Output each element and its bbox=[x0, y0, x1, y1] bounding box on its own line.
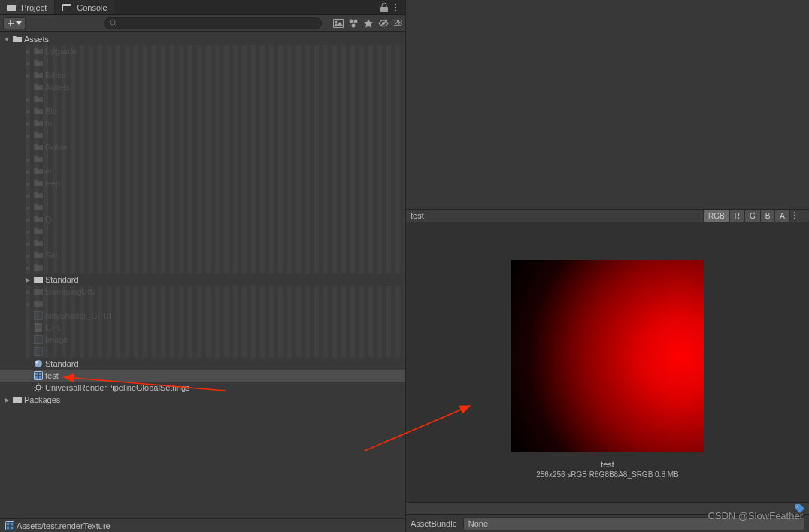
svg-point-5 bbox=[395, 9, 396, 11]
channel-r-button[interactable]: R bbox=[730, 210, 745, 222]
tree-row[interactable]: ▶ bbox=[0, 237, 405, 249]
favorite-icon[interactable] bbox=[362, 18, 374, 29]
svg-rect-1 bbox=[63, 6, 71, 11]
filter-by-type-icon[interactable] bbox=[332, 18, 344, 29]
tree-label: Assets bbox=[24, 35, 49, 44]
expand-arrow-icon[interactable]: ▶ bbox=[24, 289, 32, 295]
tree-row[interactable]: ▶Standard bbox=[0, 274, 405, 286]
folder-icon bbox=[33, 46, 44, 56]
tree-row[interactable]: ▶Set bbox=[0, 249, 405, 261]
expand-arrow-icon[interactable]: ▼ bbox=[3, 36, 11, 43]
tree-row[interactable]: ▶Blo bbox=[0, 105, 405, 117]
expand-arrow-icon[interactable]: ▶ bbox=[24, 96, 32, 103]
tree-row[interactable]: ▶er bbox=[0, 165, 405, 177]
tree-row[interactable]: ▶Hep bbox=[0, 177, 405, 189]
tree-label: test bbox=[45, 371, 59, 380]
expand-arrow-icon[interactable]: ▶ bbox=[24, 48, 32, 55]
tree-row[interactable]: Standard bbox=[0, 358, 405, 370]
expand-arrow-icon[interactable]: ▶ bbox=[24, 132, 32, 139]
expand-arrow-icon[interactable]: ▶ bbox=[24, 264, 32, 271]
search-input[interactable] bbox=[104, 17, 322, 29]
expand-arrow-icon[interactable]: ▶ bbox=[24, 252, 32, 259]
expand-arrow-icon[interactable]: ▶ bbox=[24, 120, 32, 127]
tree-row[interactable]: ▶ bbox=[0, 153, 405, 165]
texture-info: 256x256 sRGB R8G8B8A8_SRGB 0.8 MB bbox=[536, 470, 679, 479]
watermark: CSDN @SlowFeather bbox=[707, 510, 803, 521]
svg-rect-29 bbox=[5, 521, 14, 530]
kebab-menu-icon[interactable] bbox=[394, 3, 403, 12]
folder-icon bbox=[33, 298, 44, 309]
channel-b-button[interactable]: B bbox=[761, 210, 776, 222]
tree-row[interactable]: ▶SweepingUIS bbox=[0, 286, 405, 298]
tree-row[interactable]: ▶ bbox=[0, 201, 405, 213]
expand-arrow-icon[interactable]: ▶ bbox=[24, 156, 32, 163]
tree-label: Standard bbox=[45, 359, 79, 368]
tree-row[interactable]: GPU bbox=[0, 322, 405, 334]
expand-arrow-icon[interactable]: ▶ bbox=[24, 108, 32, 115]
asset-tree[interactable]: ▼Assets▶Upgrade▶▶EditorAssets▶▶Blo▶m▶Gol… bbox=[0, 32, 405, 518]
expand-arrow-icon[interactable]: ▶ bbox=[24, 301, 32, 307]
preview-empty-area bbox=[406, 0, 809, 209]
expand-arrow-icon[interactable]: ▶ bbox=[24, 60, 32, 67]
tree-row[interactable]: UniversalRenderPipelineGlobalSettings bbox=[0, 382, 405, 394]
tree-label: Q bbox=[45, 215, 52, 224]
tree-row[interactable]: ▶m bbox=[0, 117, 405, 129]
tree-row[interactable]: ▶ bbox=[0, 261, 405, 274]
folder-icon bbox=[33, 274, 44, 285]
filter-by-label-icon[interactable] bbox=[347, 18, 359, 29]
folder-icon bbox=[33, 58, 44, 68]
tree-row[interactable] bbox=[0, 346, 405, 358]
tree-row[interactable]: ▶Packages bbox=[0, 394, 405, 406]
tab-bar: Project Console bbox=[0, 0, 405, 15]
svg-point-36 bbox=[794, 215, 795, 216]
svg-point-6 bbox=[110, 20, 115, 25]
tree-row[interactable]: ▶ bbox=[0, 93, 405, 105]
svg-rect-24 bbox=[35, 373, 38, 375]
expand-arrow-icon[interactable]: ▶ bbox=[24, 192, 32, 199]
tree-label: Editor bbox=[45, 71, 67, 80]
expand-arrow-icon[interactable]: ▶ bbox=[3, 397, 11, 404]
tree-row[interactable]: ▶ bbox=[0, 129, 405, 141]
expand-arrow-icon[interactable]: ▶ bbox=[24, 228, 32, 235]
folder-icon bbox=[33, 154, 44, 165]
tree-row[interactable]: Golde bbox=[0, 141, 405, 153]
tree-label: UniversalRenderPipelineGlobalSettings bbox=[45, 383, 190, 392]
expand-arrow-icon[interactable]: ▶ bbox=[24, 204, 32, 211]
tree-row[interactable]: ▶ bbox=[0, 225, 405, 237]
create-button[interactable] bbox=[3, 17, 26, 29]
tab-console[interactable]: Console bbox=[56, 0, 114, 14]
tree-row[interactable]: Image bbox=[0, 334, 405, 346]
tree-row[interactable]: test bbox=[0, 370, 405, 382]
svg-point-9 bbox=[335, 20, 337, 23]
expand-arrow-icon[interactable]: ▶ bbox=[24, 216, 32, 223]
svg-rect-19 bbox=[34, 347, 43, 356]
tree-row[interactable]: ▶Q bbox=[0, 213, 405, 225]
tree-row[interactable]: olifyShader_GPUI bbox=[0, 310, 405, 322]
channel-g-button[interactable]: G bbox=[745, 210, 761, 222]
kebab-menu-icon[interactable] bbox=[793, 211, 802, 220]
tree-row[interactable]: ▶Upgrade bbox=[0, 45, 405, 57]
tree-row[interactable]: ▶ bbox=[0, 298, 405, 310]
channel-rgb-button[interactable]: RGB bbox=[703, 210, 730, 222]
expand-arrow-icon[interactable]: ▶ bbox=[24, 168, 32, 175]
expand-arrow-icon[interactable]: ▶ bbox=[24, 277, 32, 283]
tree-row[interactable]: Assets bbox=[0, 81, 405, 93]
folder-icon bbox=[33, 214, 44, 225]
expand-arrow-icon[interactable]: ▶ bbox=[24, 180, 32, 187]
tree-row[interactable]: ▶ bbox=[0, 189, 405, 201]
lock-icon[interactable] bbox=[380, 3, 389, 12]
expand-arrow-icon[interactable]: ▶ bbox=[24, 72, 32, 79]
tab-project[interactable]: Project bbox=[0, 0, 54, 14]
folder-icon bbox=[6, 2, 17, 13]
svg-rect-26 bbox=[35, 376, 38, 379]
tree-row[interactable]: ▶ bbox=[0, 57, 405, 69]
svg-point-37 bbox=[794, 218, 795, 219]
hidden-icon[interactable] bbox=[377, 18, 389, 29]
svg-rect-27 bbox=[39, 376, 41, 379]
tree-label: m bbox=[45, 119, 52, 128]
expand-arrow-icon[interactable]: ▶ bbox=[24, 240, 32, 247]
tree-row[interactable]: ▼Assets bbox=[0, 33, 405, 45]
tree-row[interactable]: ▶Editor bbox=[0, 69, 405, 81]
tree-label: Image bbox=[45, 335, 68, 344]
channel-a-button[interactable]: A bbox=[775, 210, 790, 222]
